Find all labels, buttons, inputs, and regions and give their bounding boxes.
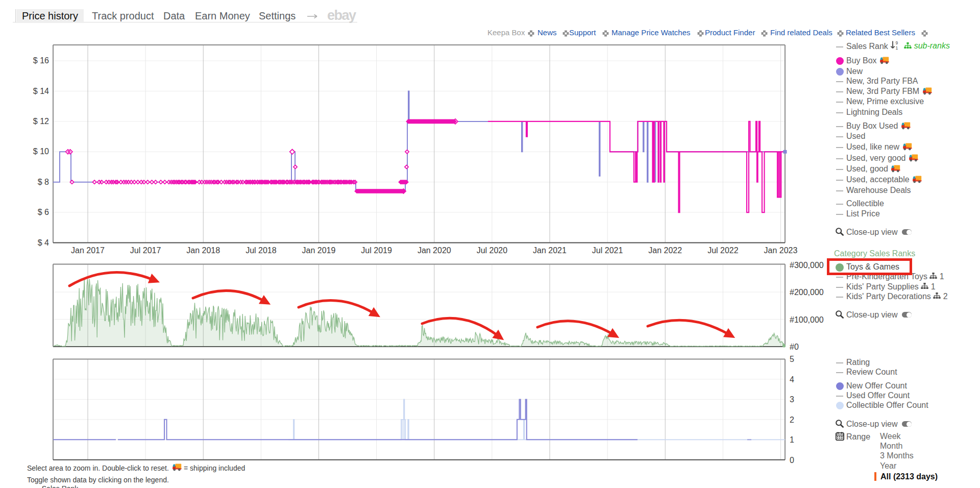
svg-text:Jan 2020: Jan 2020 <box>418 246 451 255</box>
svg-text:$ 14: $ 14 <box>33 87 49 95</box>
svg-text:Jan 2023: Jan 2023 <box>764 246 798 255</box>
svg-text:1: 1 <box>896 45 898 50</box>
svg-text:#100,000: #100,000 <box>790 315 824 324</box>
svg-text:$ 16: $ 16 <box>33 56 49 65</box>
svg-text:Jan 2018: Jan 2018 <box>186 246 220 255</box>
svg-text:Jan 2017: Jan 2017 <box>71 246 105 255</box>
svg-text:4: 4 <box>790 375 794 384</box>
svg-text:Jan 2022: Jan 2022 <box>648 246 682 255</box>
svg-text:Jan 2021: Jan 2021 <box>533 246 567 255</box>
svg-text:Jul 2020: Jul 2020 <box>477 246 508 255</box>
svg-text:9: 9 <box>896 40 898 45</box>
svg-text:$ 8: $ 8 <box>38 178 49 186</box>
svg-text:Jan 2019: Jan 2019 <box>302 246 336 255</box>
svg-text:3: 3 <box>790 395 794 404</box>
svg-text:Jul 2019: Jul 2019 <box>361 246 392 255</box>
svg-text:0: 0 <box>790 456 794 465</box>
svg-text:Jul 2018: Jul 2018 <box>246 246 277 255</box>
svg-text:$ 4: $ 4 <box>38 238 49 247</box>
svg-text:#300,000: #300,000 <box>790 261 824 270</box>
svg-text:Jul 2022: Jul 2022 <box>707 246 739 255</box>
svg-text:$ 10: $ 10 <box>33 147 49 156</box>
svg-text:$ 12: $ 12 <box>33 117 49 126</box>
svg-text:Jul 2017: Jul 2017 <box>130 246 161 255</box>
svg-text:Jul 2021: Jul 2021 <box>592 246 623 255</box>
svg-text:$ 6: $ 6 <box>38 208 49 216</box>
svg-text:5: 5 <box>790 355 794 363</box>
svg-text:#0: #0 <box>790 343 799 351</box>
svg-text:#200,000: #200,000 <box>790 288 824 297</box>
svg-text:1: 1 <box>790 435 794 444</box>
svg-text:2: 2 <box>790 416 794 424</box>
